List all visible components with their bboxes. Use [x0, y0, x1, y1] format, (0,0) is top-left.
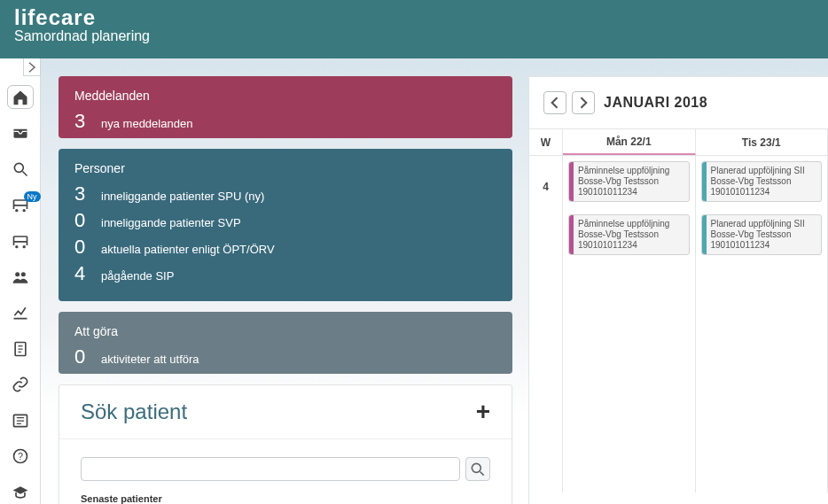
- persons-card-title: Personer: [74, 161, 496, 175]
- search-input[interactable]: [81, 457, 460, 481]
- day-cell-mon: Påminnelse uppföljning Bosse-Vbg Testsso…: [563, 156, 696, 492]
- calendar-month: JANUARI 2018: [604, 95, 707, 111]
- svg-point-3: [15, 245, 18, 248]
- recent-patients-label: Senaste patienter: [81, 493, 490, 504]
- todo-card-title: Att göra: [74, 324, 496, 338]
- nav-cart2[interactable]: [7, 229, 34, 253]
- chevron-right-icon: [574, 94, 592, 112]
- search-icon: [12, 160, 29, 178]
- messages-count: 3: [74, 110, 101, 133]
- nav-badge-new: Ny: [24, 191, 41, 202]
- todo-card[interactable]: Att göra 0 aktiviteter att utföra: [59, 312, 512, 374]
- svg-point-6: [20, 272, 25, 276]
- todo-label: aktiviteter att utföra: [101, 353, 199, 366]
- chart-line-icon: [12, 304, 29, 322]
- svg-point-0: [14, 163, 23, 172]
- graduation-icon: [12, 484, 29, 501]
- calendar-next-button[interactable]: [572, 91, 595, 114]
- search-button[interactable]: [465, 457, 490, 481]
- search-icon: [469, 461, 487, 478]
- todo-count: 0: [74, 345, 101, 368]
- calendar-prev-button[interactable]: [543, 91, 566, 114]
- nav-analytics[interactable]: [7, 301, 34, 325]
- nav-inbox[interactable]: [7, 121, 34, 145]
- nav-document[interactable]: [7, 337, 34, 361]
- search-heading: Sök patient: [81, 399, 187, 424]
- link-icon: [12, 376, 29, 393]
- day-cell-tue: Planerad uppföljning SII Bosse-Vbg Tests…: [696, 156, 829, 492]
- calendar-event[interactable]: Planerad uppföljning SII Bosse-Vbg Tests…: [701, 214, 823, 255]
- inbox-icon: [12, 124, 29, 142]
- chevron-right-icon: [24, 58, 40, 76]
- search-patient-card: Sök patient + Senaste patienter Bosse-Vb…: [59, 384, 512, 504]
- day-header: Tis 23/1: [696, 129, 829, 155]
- help-icon: ?: [12, 447, 29, 465]
- svg-text:?: ?: [17, 451, 22, 461]
- calendar-event[interactable]: Påminnelse uppföljning Bosse-Vbg Testsso…: [568, 161, 690, 202]
- week-number: 4: [529, 156, 563, 492]
- nav-education[interactable]: [7, 480, 34, 504]
- svg-point-1: [15, 209, 18, 212]
- nav-search[interactable]: [7, 158, 34, 182]
- sidebar: Ny ?: [0, 58, 41, 504]
- nav-help[interactable]: ?: [7, 445, 34, 469]
- messages-card-title: Meddelanden: [74, 89, 496, 103]
- app-header: lifecare Samordnad planering: [0, 0, 828, 58]
- calendar-event[interactable]: Planerad uppföljning SII Bosse-Vbg Tests…: [701, 161, 823, 202]
- nav-cart1[interactable]: Ny: [7, 193, 34, 217]
- week-label-header: W: [529, 129, 563, 155]
- svg-point-11: [472, 463, 480, 472]
- add-patient-button[interactable]: +: [476, 398, 490, 426]
- svg-point-2: [22, 209, 25, 212]
- svg-point-5: [15, 272, 20, 276]
- brand-logo: lifecare: [14, 5, 814, 30]
- sidebar-toggle[interactable]: [23, 58, 41, 76]
- newspaper-icon: [12, 412, 29, 430]
- persons-card[interactable]: Personer 3inneliggande patienter SPU (ny…: [59, 149, 512, 301]
- messages-label: nya meddelanden: [101, 117, 192, 130]
- nav-users[interactable]: [7, 265, 34, 289]
- day-header: Mån 22/1: [563, 129, 696, 155]
- users-icon: [12, 268, 29, 286]
- chevron-left-icon: [546, 94, 564, 112]
- messages-card[interactable]: Meddelanden 3 nya meddelanden: [59, 76, 512, 138]
- nav-home[interactable]: [7, 85, 34, 109]
- document-icon: [12, 340, 29, 358]
- bed-icon: [12, 232, 29, 250]
- nav-links[interactable]: [7, 373, 34, 397]
- calendar-panel: JANUARI 2018 W Mån 22/1 Tis 23/1 4 Påmin…: [528, 76, 828, 504]
- home-icon: [12, 89, 29, 106]
- nav-news[interactable]: [7, 408, 34, 432]
- svg-point-4: [22, 245, 25, 248]
- brand-subtitle: Samordnad planering: [14, 28, 814, 44]
- calendar-event[interactable]: Påminnelse uppföljning Bosse-Vbg Testsso…: [568, 214, 690, 255]
